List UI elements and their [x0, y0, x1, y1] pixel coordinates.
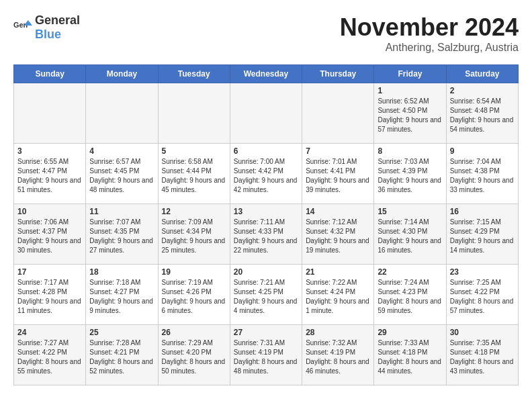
day-number: 9: [450, 146, 515, 156]
day-info: Sunrise: 7:03 AM Sunset: 4:39 PM Dayligh…: [378, 157, 442, 195]
day-number: 5: [162, 146, 226, 156]
day-number: 13: [234, 207, 298, 216]
calendar-cell-w2d6: 16Sunrise: 7:15 AM Sunset: 4:29 PM Dayli…: [446, 204, 518, 265]
calendar-cell-w1d2: 5Sunrise: 6:58 AM Sunset: 4:44 PM Daylig…: [158, 144, 230, 204]
day-info: Sunrise: 7:29 AM Sunset: 4:20 PM Dayligh…: [162, 338, 226, 376]
day-info: Sunrise: 6:54 AM Sunset: 4:48 PM Dayligh…: [450, 97, 515, 134]
day-number: 10: [17, 207, 82, 216]
day-number: 22: [378, 267, 442, 277]
day-number: 3: [17, 146, 82, 156]
calendar-cell-w0d3: [230, 83, 302, 144]
title-area: November 2024 Anthering, Salzburg, Austr…: [340, 13, 519, 54]
day-number: 25: [89, 328, 154, 337]
day-info: Sunrise: 7:25 AM Sunset: 4:22 PM Dayligh…: [450, 278, 515, 316]
calendar-cell-w0d5: 1Sunrise: 6:52 AM Sunset: 4:50 PM Daylig…: [374, 83, 446, 144]
calendar-cell-w3d2: 19Sunrise: 7:19 AM Sunset: 4:26 PM Dayli…: [158, 265, 230, 325]
day-info: Sunrise: 7:27 AM Sunset: 4:22 PM Dayligh…: [17, 338, 82, 376]
column-header-monday: Monday: [86, 65, 158, 83]
column-header-tuesday: Tuesday: [158, 65, 230, 83]
day-info: Sunrise: 7:01 AM Sunset: 4:41 PM Dayligh…: [306, 157, 370, 195]
day-info: Sunrise: 6:52 AM Sunset: 4:50 PM Dayligh…: [378, 97, 442, 134]
day-number: 30: [450, 328, 515, 337]
day-number: 6: [234, 146, 298, 156]
calendar-cell-w3d4: 21Sunrise: 7:22 AM Sunset: 4:24 PM Dayli…: [302, 265, 374, 325]
calendar-cell-w2d1: 11Sunrise: 7:07 AM Sunset: 4:35 PM Dayli…: [86, 204, 158, 265]
day-number: 23: [450, 267, 515, 277]
calendar-cell-w2d3: 13Sunrise: 7:11 AM Sunset: 4:33 PM Dayli…: [230, 204, 302, 265]
day-number: 14: [306, 207, 370, 216]
day-info: Sunrise: 7:12 AM Sunset: 4:32 PM Dayligh…: [306, 218, 370, 255]
day-info: Sunrise: 7:07 AM Sunset: 4:35 PM Dayligh…: [89, 218, 154, 255]
day-info: Sunrise: 7:11 AM Sunset: 4:33 PM Dayligh…: [234, 218, 298, 255]
calendar-cell-w0d4: [302, 83, 374, 144]
day-info: Sunrise: 7:04 AM Sunset: 4:38 PM Dayligh…: [450, 157, 515, 195]
day-info: Sunrise: 7:19 AM Sunset: 4:26 PM Dayligh…: [162, 278, 226, 316]
day-info: Sunrise: 7:24 AM Sunset: 4:23 PM Dayligh…: [378, 278, 442, 316]
day-info: Sunrise: 7:00 AM Sunset: 4:42 PM Dayligh…: [234, 157, 298, 195]
logo: Gen General Blue: [13, 13, 80, 42]
day-info: Sunrise: 7:28 AM Sunset: 4:21 PM Dayligh…: [89, 338, 154, 376]
calendar-cell-w0d2: [158, 83, 230, 144]
day-number: 19: [162, 267, 226, 277]
day-info: Sunrise: 7:17 AM Sunset: 4:28 PM Dayligh…: [17, 278, 82, 316]
day-info: Sunrise: 6:58 AM Sunset: 4:44 PM Dayligh…: [162, 157, 226, 195]
calendar-cell-w1d1: 4Sunrise: 6:57 AM Sunset: 4:45 PM Daylig…: [86, 144, 158, 204]
day-number: 26: [162, 328, 226, 337]
day-info: Sunrise: 7:31 AM Sunset: 4:19 PM Dayligh…: [234, 338, 298, 376]
day-info: Sunrise: 7:32 AM Sunset: 4:19 PM Dayligh…: [306, 338, 370, 376]
calendar-cell-w4d6: 30Sunrise: 7:35 AM Sunset: 4:18 PM Dayli…: [446, 325, 518, 385]
calendar-cell-w4d0: 24Sunrise: 7:27 AM Sunset: 4:22 PM Dayli…: [14, 325, 86, 385]
day-number: 27: [234, 328, 298, 337]
day-number: 29: [378, 328, 442, 337]
day-number: 24: [17, 328, 82, 337]
day-info: Sunrise: 7:09 AM Sunset: 4:34 PM Dayligh…: [162, 218, 226, 255]
calendar-table: SundayMondayTuesdayWednesdayThursdayFrid…: [13, 64, 519, 385]
calendar-cell-w2d2: 12Sunrise: 7:09 AM Sunset: 4:34 PM Dayli…: [158, 204, 230, 265]
day-number: 18: [89, 267, 154, 277]
day-number: 16: [450, 207, 515, 216]
day-info: Sunrise: 7:06 AM Sunset: 4:37 PM Dayligh…: [17, 218, 82, 255]
day-info: Sunrise: 7:21 AM Sunset: 4:25 PM Dayligh…: [234, 278, 298, 316]
day-number: 1: [378, 86, 442, 95]
calendar-cell-w0d0: [14, 83, 86, 144]
column-header-friday: Friday: [374, 65, 446, 83]
day-info: Sunrise: 6:57 AM Sunset: 4:45 PM Dayligh…: [89, 157, 154, 195]
calendar-cell-w3d6: 23Sunrise: 7:25 AM Sunset: 4:22 PM Dayli…: [446, 265, 518, 325]
calendar-cell-w0d1: [86, 83, 158, 144]
logo-blue: Blue: [35, 28, 61, 41]
day-info: Sunrise: 7:22 AM Sunset: 4:24 PM Dayligh…: [306, 278, 370, 316]
column-header-saturday: Saturday: [446, 65, 518, 83]
day-info: Sunrise: 7:14 AM Sunset: 4:30 PM Dayligh…: [378, 218, 442, 255]
day-number: 7: [306, 146, 370, 156]
day-info: Sunrise: 7:15 AM Sunset: 4:29 PM Dayligh…: [450, 218, 515, 255]
calendar-cell-w1d3: 6Sunrise: 7:00 AM Sunset: 4:42 PM Daylig…: [230, 144, 302, 204]
day-info: Sunrise: 7:35 AM Sunset: 4:18 PM Dayligh…: [450, 338, 515, 376]
calendar-cell-w4d5: 29Sunrise: 7:33 AM Sunset: 4:18 PM Dayli…: [374, 325, 446, 385]
day-number: 12: [162, 207, 226, 216]
calendar-cell-w1d5: 8Sunrise: 7:03 AM Sunset: 4:39 PM Daylig…: [374, 144, 446, 204]
calendar-cell-w3d5: 22Sunrise: 7:24 AM Sunset: 4:23 PM Dayli…: [374, 265, 446, 325]
page-title: November 2024: [340, 13, 519, 42]
day-number: 11: [89, 207, 154, 216]
calendar-cell-w4d4: 28Sunrise: 7:32 AM Sunset: 4:19 PM Dayli…: [302, 325, 374, 385]
day-info: Sunrise: 7:33 AM Sunset: 4:18 PM Dayligh…: [378, 338, 442, 376]
calendar-cell-w1d4: 7Sunrise: 7:01 AM Sunset: 4:41 PM Daylig…: [302, 144, 374, 204]
column-header-wednesday: Wednesday: [230, 65, 302, 83]
column-header-thursday: Thursday: [302, 65, 374, 83]
calendar-cell-w1d0: 3Sunrise: 6:55 AM Sunset: 4:47 PM Daylig…: [14, 144, 86, 204]
calendar-cell-w4d3: 27Sunrise: 7:31 AM Sunset: 4:19 PM Dayli…: [230, 325, 302, 385]
day-number: 21: [306, 267, 370, 277]
calendar-cell-w1d6: 9Sunrise: 7:04 AM Sunset: 4:38 PM Daylig…: [446, 144, 518, 204]
day-number: 15: [378, 207, 442, 216]
logo-general: General: [35, 13, 80, 27]
day-number: 4: [89, 146, 154, 156]
calendar-cell-w0d6: 2Sunrise: 6:54 AM Sunset: 4:48 PM Daylig…: [446, 83, 518, 144]
calendar-cell-w2d5: 15Sunrise: 7:14 AM Sunset: 4:30 PM Dayli…: [374, 204, 446, 265]
day-number: 28: [306, 328, 370, 337]
logo-icon: Gen: [13, 18, 32, 37]
day-number: 17: [17, 267, 82, 277]
calendar-cell-w3d3: 20Sunrise: 7:21 AM Sunset: 4:25 PM Dayli…: [230, 265, 302, 325]
calendar-cell-w4d2: 26Sunrise: 7:29 AM Sunset: 4:20 PM Dayli…: [158, 325, 230, 385]
day-number: 20: [234, 267, 298, 277]
day-number: 8: [378, 146, 442, 156]
